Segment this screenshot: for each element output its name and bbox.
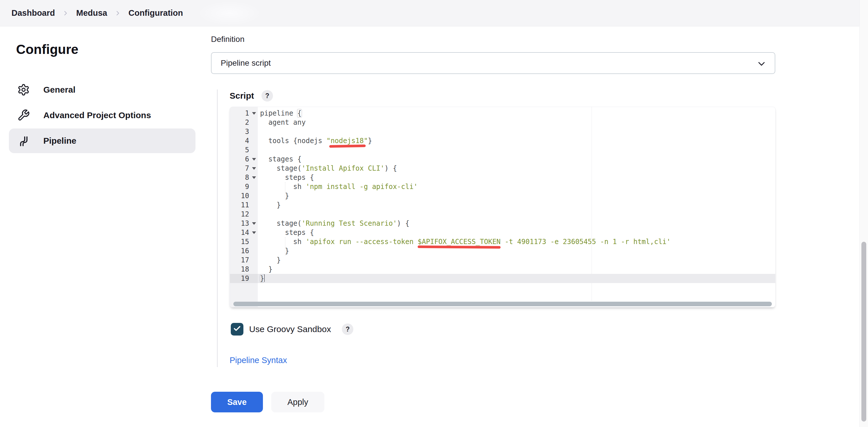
text-cursor [264, 274, 265, 282]
line-number: 7 [230, 164, 258, 173]
code-text: } [260, 201, 281, 209]
code-text: } [260, 256, 281, 264]
chevron-right-icon [62, 10, 69, 17]
code-text: } [368, 137, 372, 145]
checkmark-icon [233, 325, 241, 334]
code-string: "nodejs18" [327, 137, 368, 145]
script-help-icon[interactable]: ? [261, 90, 273, 101]
line-number: 3 [230, 127, 258, 136]
code-text: agent any [260, 119, 306, 127]
save-button[interactable]: Save [211, 392, 263, 413]
code-line-17: } [258, 256, 281, 265]
gear-icon [17, 84, 30, 96]
page-scrollbar-track [859, 0, 868, 427]
section-indent-rule [217, 90, 218, 367]
editor-horizontal-scrollbar[interactable] [234, 302, 772, 306]
line-number: 11 [230, 200, 258, 210]
line-number: 18 [230, 265, 258, 274]
code-text: sh [260, 238, 306, 246]
sidebar-item-general[interactable]: General [9, 77, 195, 102]
page-scrollbar-thumb[interactable] [861, 242, 866, 422]
line-number: 1 [230, 109, 258, 118]
code-line-11: } [258, 200, 281, 210]
fold-arrow-icon[interactable] [252, 222, 256, 225]
line-number: 14 [230, 228, 258, 237]
line-number: 13 [230, 219, 258, 228]
code-string: 'npm install -g apifox-cli' [306, 183, 417, 191]
code-line-15: sh 'apifox run --access-token $APIFOX_AC… [258, 237, 671, 247]
sidebar-item-advanced-project-options[interactable]: Advanced Project Options [9, 103, 195, 128]
code-line-19: } [258, 274, 265, 283]
breadcrumb-item-dashboard[interactable]: Dashboard [11, 8, 55, 18]
top-bar: DashboardMedusaConfiguration [0, 0, 868, 26]
line-number: 16 [230, 247, 258, 256]
breadcrumb-item-configuration[interactable]: Configuration [128, 8, 183, 18]
breadcrumb: DashboardMedusaConfiguration [11, 0, 183, 26]
definition-selected-value: Pipeline script [221, 59, 271, 68]
chevron-right-icon [115, 10, 121, 17]
code-text: steps { [260, 229, 314, 237]
sidebar-item-label: Advanced Project Options [43, 110, 151, 120]
page-title: Configure [16, 41, 79, 57]
code-string: 'apifox run --access-token $APIFOX_ACCES… [306, 238, 671, 246]
red-annotation-underline [329, 144, 366, 148]
code-text: } [260, 247, 289, 255]
code-line-3 [258, 127, 260, 136]
line-number: 2 [230, 118, 258, 127]
code-line-6: stages { [258, 155, 302, 164]
code-text: } [260, 274, 264, 283]
groovy-sandbox-help-icon[interactable]: ? [342, 324, 353, 335]
line-number: 5 [230, 145, 258, 155]
line-number: 6 [230, 155, 258, 164]
line-number: 12 [230, 210, 258, 219]
sidebar-item-pipeline[interactable]: Pipeline [9, 129, 195, 153]
groovy-sandbox-row: Use Groovy Sandbox ? [231, 322, 353, 336]
fold-arrow-icon[interactable] [252, 167, 256, 170]
editor-gutter: 12345678910111213141516171819 [230, 107, 258, 307]
code-text: sh [260, 183, 306, 191]
code-line-1: pipeline { [258, 109, 302, 118]
code-line-10: } [258, 191, 289, 200]
fold-arrow-icon[interactable] [252, 158, 256, 161]
code-line-16: } [258, 247, 289, 256]
fold-arrow-icon[interactable] [252, 231, 256, 234]
code-text: steps { [260, 173, 314, 182]
sidebar-item-label: General [43, 85, 75, 95]
code-string: 'Install Apifox CLI' [302, 164, 384, 172]
code-text: ) { [384, 164, 397, 172]
code-text: pipeline [260, 109, 298, 117]
script-row: Script ? [229, 90, 273, 102]
apply-button[interactable]: Apply [271, 392, 324, 413]
code-line-4: tools {nodejs "nodejs18"} [258, 136, 372, 145]
red-annotation-underline [417, 245, 501, 249]
chevron-down-icon [757, 59, 766, 69]
line-number: 19 [230, 274, 258, 283]
line-number: 4 [230, 136, 258, 145]
groovy-sandbox-checkbox[interactable] [231, 323, 243, 335]
wrench-icon [17, 109, 30, 122]
code-line-7: stage('Install Apifox CLI') { [258, 164, 397, 173]
line-number: 9 [230, 182, 258, 191]
code-text: stages { [260, 155, 302, 163]
code-line-13: stage('Running Test Scenario') { [258, 219, 409, 228]
fold-arrow-icon[interactable] [252, 176, 256, 179]
sidebar-item-label: Pipeline [43, 136, 76, 146]
code-text: tools {nodejs [260, 137, 327, 145]
code-text: } [260, 265, 272, 273]
breadcrumb-item-medusa[interactable]: Medusa [76, 8, 107, 18]
line-number: 15 [230, 237, 258, 247]
code-line-2: agent any [258, 118, 306, 127]
code-text: } [260, 192, 289, 200]
definition-select[interactable]: Pipeline script [211, 52, 775, 74]
code-line-14: steps { [258, 228, 314, 237]
code-line-9: sh 'npm install -g apifox-cli' [258, 182, 417, 191]
line-number: 8 [230, 173, 258, 182]
fold-arrow-icon[interactable] [252, 112, 256, 115]
code-text: stage( [260, 219, 302, 227]
pipeline-syntax-link[interactable]: Pipeline Syntax [229, 356, 287, 365]
code-text: { [298, 109, 301, 117]
pipeline-script-editor[interactable]: 12345678910111213141516171819 pipeline {… [229, 107, 776, 307]
line-number: 17 [230, 256, 258, 265]
groovy-sandbox-label: Use Groovy Sandbox [249, 324, 331, 334]
code-line-5 [258, 145, 260, 155]
